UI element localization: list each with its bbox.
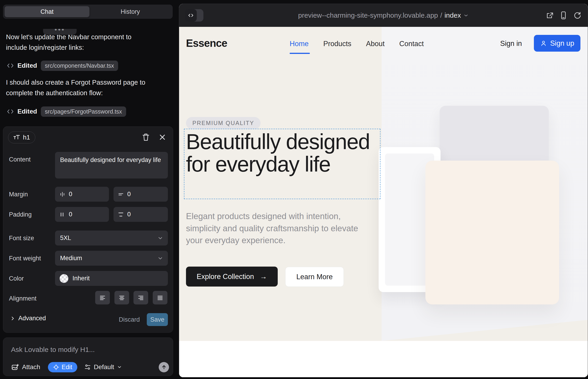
decorative-card-beige — [425, 161, 559, 304]
sign-in-link[interactable]: Sign in — [500, 39, 522, 48]
url-domain: preview--charming-site-symphony.lovable.… — [298, 12, 438, 19]
chevron-down-icon — [157, 255, 163, 261]
chat-message: I should also create a Forgot Password p… — [6, 77, 153, 98]
hero-headline[interactable]: Beautifully designed for everyday life — [186, 130, 376, 175]
align-right-icon — [137, 294, 144, 301]
send-button[interactable] — [159, 362, 169, 372]
close-editor-button[interactable] — [157, 132, 167, 142]
padding-y-input[interactable]: 0 — [113, 207, 168, 222]
nav-link-home[interactable]: Home — [290, 40, 309, 48]
edited-label: Edited — [17, 108, 37, 115]
margin-y-input[interactable]: 0 — [113, 187, 168, 202]
font-size-label: Font size — [9, 235, 34, 242]
code-icon — [7, 63, 14, 69]
arrow-right-icon: → — [260, 272, 267, 281]
padding-x-icon — [59, 211, 66, 218]
margin-y-icon — [118, 191, 124, 198]
margin-x-input[interactable]: 0 — [55, 187, 109, 202]
refresh-icon — [573, 11, 581, 19]
padding-x-input[interactable]: 0 — [55, 207, 109, 222]
chat-history-tabs: Chat History — [3, 5, 173, 19]
url-bar[interactable]: preview--charming-site-symphony.lovable.… — [179, 4, 588, 27]
edited-file-row: Edited src/pages/ForgotPassword.tsx — [7, 106, 126, 117]
hero-subtext: Elegant products designed with intention… — [186, 210, 370, 247]
element-editor-panel: h1 Content Beautifully designed for ever… — [3, 126, 173, 333]
refresh-button[interactable] — [573, 11, 582, 20]
preview-toolbar: preview--charming-site-symphony.lovable.… — [179, 4, 588, 27]
open-in-new-tab-button[interactable] — [545, 11, 554, 20]
delete-element-button[interactable] — [141, 132, 151, 142]
chevron-down-icon — [463, 13, 469, 18]
file-chip[interactable]: src/pages/ForgotPassword.tsx — [41, 107, 126, 117]
lovable-sidebar: ••• Chat History Now let's update the Na… — [0, 0, 179, 379]
padding-label: Padding — [9, 211, 32, 218]
smartphone-icon — [559, 11, 568, 20]
composer-toolbar: Attach Edit Default — [11, 362, 169, 373]
code-icon — [7, 109, 14, 114]
hero-badge: PREMIUM QUALITY — [186, 117, 261, 129]
chat-message: Now let's update the Navbar component to… — [6, 32, 153, 53]
align-left-icon — [99, 294, 106, 301]
site-logo[interactable]: Essence — [186, 37, 227, 49]
chevron-right-icon — [10, 316, 15, 321]
attach-button[interactable]: Attach — [11, 363, 40, 371]
active-nav-underline — [290, 53, 310, 54]
nav-link-about[interactable]: About — [366, 40, 385, 48]
site-canvas: Essence Home Products About Contact Sign… — [179, 27, 588, 377]
external-link-icon — [545, 11, 554, 20]
color-select[interactable]: Inherit — [55, 271, 168, 286]
next-section — [179, 341, 588, 377]
element-tag-label: h1 — [23, 134, 30, 141]
ellipsis-icon: ••• — [43, 29, 77, 33]
trash-icon — [142, 133, 150, 142]
chat-composer: Ask Lovable to modify H1... Attach Edit — [3, 337, 173, 376]
edited-file-row: Edited src/components/Navbar.tsx — [7, 60, 118, 71]
edited-label: Edited — [17, 62, 37, 69]
explore-collection-button[interactable]: Explore Collection → — [186, 267, 278, 286]
save-button[interactable]: Save — [147, 313, 168, 326]
align-justify-icon — [157, 294, 164, 301]
target-icon — [53, 364, 59, 370]
color-label: Color — [9, 275, 24, 282]
mobile-view-button[interactable] — [559, 11, 568, 20]
align-center-icon — [118, 294, 125, 301]
nav-link-contact[interactable]: Contact — [399, 40, 424, 48]
content-input[interactable]: Beautifully designed for everyday life — [55, 152, 168, 178]
font-weight-select[interactable]: Medium — [55, 251, 168, 266]
font-size-select[interactable]: 5XL — [55, 231, 168, 245]
preview-window: preview--charming-site-symphony.lovable.… — [179, 4, 588, 377]
element-tag-pill[interactable]: h1 — [8, 131, 35, 143]
scrolled-message-peek[interactable]: ••• — [43, 29, 77, 35]
align-right-button[interactable] — [134, 291, 148, 304]
nav-link-products[interactable]: Products — [323, 40, 351, 48]
align-left-button[interactable] — [95, 291, 110, 304]
margin-x-icon — [59, 191, 66, 198]
type-icon — [13, 135, 20, 140]
chevron-down-icon — [117, 364, 122, 370]
align-center-button[interactable] — [114, 291, 129, 304]
advanced-toggle[interactable]: Advanced — [10, 315, 46, 322]
learn-more-button[interactable]: Learn More — [285, 267, 344, 287]
composer-input[interactable]: Ask Lovable to modify H1... — [11, 346, 95, 354]
font-weight-label: Font weight — [9, 255, 41, 262]
close-icon — [159, 134, 166, 141]
edit-mode-button[interactable]: Edit — [48, 362, 77, 372]
url-page: index — [444, 12, 461, 19]
model-default-select[interactable]: Default — [84, 363, 122, 371]
sign-up-button[interactable]: Sign up — [534, 35, 580, 52]
alignment-label: Alignment — [9, 295, 36, 302]
chevron-down-icon — [157, 235, 163, 241]
arrow-up-icon — [161, 364, 167, 370]
color-swatch — [60, 274, 68, 283]
padding-y-icon — [118, 211, 124, 218]
tab-history[interactable]: History — [90, 6, 171, 17]
sliders-icon — [84, 364, 91, 371]
site-nav: Home Products About Contact — [290, 40, 424, 48]
align-justify-button[interactable] — [153, 291, 167, 304]
user-icon — [540, 40, 547, 47]
tab-chat[interactable]: Chat — [5, 6, 90, 17]
discard-button[interactable]: Discard — [119, 316, 140, 323]
content-label: Content — [9, 156, 31, 163]
attach-image-icon — [11, 363, 19, 371]
file-chip[interactable]: src/components/Navbar.tsx — [41, 61, 118, 71]
